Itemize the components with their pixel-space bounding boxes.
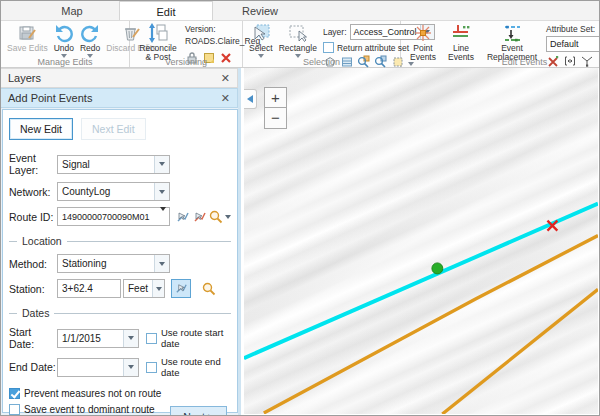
dates-section-label: Dates <box>22 307 49 319</box>
station-unit-value: Feet <box>124 283 152 294</box>
network-select[interactable]: CountyLog <box>57 182 170 201</box>
next-edit-button[interactable]: Next Edit <box>81 118 146 140</box>
route-id-dropdown[interactable] <box>157 211 169 223</box>
group-versioning: Reconcile & Post Version: ROADS.Claire_R… <box>130 21 243 67</box>
station-unit-dropdown[interactable] <box>152 280 164 297</box>
prevent-measures-label: Prevent measures not on route <box>24 388 161 399</box>
attribute-set-label: Attribute Set: <box>546 24 600 34</box>
use-route-end-date-checkbox[interactable] <box>146 362 157 373</box>
network-dropdown[interactable] <box>154 183 169 200</box>
ribbon-body: Save Edits Undo Redo <box>1 21 599 67</box>
layers-pane-title: Layers <box>8 72 41 84</box>
point-events-icon <box>413 23 433 43</box>
tab-map[interactable]: Map <box>25 1 119 20</box>
select-route-on-map-icon[interactable] <box>193 207 208 226</box>
end-date-input[interactable] <box>57 358 139 377</box>
start-date-dropdown[interactable] <box>123 330 138 347</box>
add-point-events-close-icon[interactable]: ✕ <box>221 93 230 104</box>
method-value: Stationing <box>58 258 154 269</box>
use-route-end-date-label: Use route end date <box>161 356 231 378</box>
redo-label: Redo <box>80 44 100 53</box>
undo-icon <box>54 23 74 43</box>
zoom-out-button[interactable]: − <box>264 108 287 129</box>
new-edit-button[interactable]: New Edit <box>9 118 73 140</box>
station-input[interactable]: 3+62.4 <box>57 279 121 298</box>
redo-button[interactable]: Redo <box>78 22 102 59</box>
map-features <box>244 68 598 414</box>
event-layer-select[interactable]: Signal <box>57 155 170 174</box>
method-label: Method: <box>9 258 57 270</box>
undo-button[interactable]: Undo <box>52 22 76 59</box>
end-date-dropdown[interactable] <box>123 359 138 376</box>
layer-label: Layer: <box>323 27 347 37</box>
dates-section-separator: Dates <box>9 307 231 319</box>
panel-collapse-tab[interactable] <box>244 89 257 109</box>
add-point-events-title: Add Point Events <box>8 92 92 104</box>
reconcile-icon <box>148 23 168 43</box>
group-label-selection: Selection <box>243 57 400 67</box>
route-id-label: Route ID: <box>9 211 57 223</box>
map-zoom-control: + − <box>264 87 287 129</box>
location-section-separator: Location <box>9 235 231 247</box>
use-route-start-date-label: Use route start date <box>161 327 231 349</box>
route-start-marker <box>432 263 443 274</box>
app-window: Map Edit Review Save Edits <box>0 0 600 416</box>
start-date-input[interactable]: 1/1/2015 <box>57 329 139 348</box>
redo-icon <box>80 23 100 43</box>
add-point-events-header[interactable]: Add Point Events ✕ <box>1 88 238 108</box>
next-button[interactable]: Next > <box>170 406 227 416</box>
group-edit-events: Point Events Line Events <box>401 21 600 67</box>
event-layer-value: Signal <box>58 159 154 170</box>
use-route-start-date-checkbox[interactable] <box>146 333 157 344</box>
group-selection: Select Rectangle Layer: Access_Con <box>243 21 401 67</box>
end-date-label: End Date: <box>9 361 57 373</box>
collapse-arrow-icon <box>247 95 253 103</box>
save-dominant-label: Save event to dominant route <box>24 404 155 415</box>
ribbon: Map Edit Review Save Edits <box>1 1 599 68</box>
tab-review[interactable]: Review <box>213 1 307 20</box>
rectangle-select-icon <box>288 23 308 43</box>
layers-pane-header[interactable]: Layers ✕ <box>1 68 238 88</box>
prevent-measures-checkbox[interactable] <box>9 388 20 399</box>
rectangle-button[interactable]: Rectangle <box>277 22 319 59</box>
event-layer-dropdown[interactable] <box>154 156 169 173</box>
route-id-value: 14900000700090M01 <box>58 212 157 222</box>
return-attribute-set-checkbox[interactable] <box>323 42 334 53</box>
group-label-edit-events: Edit Events <box>401 57 600 67</box>
route-id-combo[interactable]: 14900000700090M01 <box>57 207 170 226</box>
attribute-set-combo[interactable]: Default <box>546 36 600 52</box>
return-attribute-set-label: Return attribute set <box>337 43 409 53</box>
add-point-events-body: New Edit Next Edit Event Layer: Signal N… <box>2 109 238 413</box>
group-label-manage-edits: Manage Edits <box>1 57 129 67</box>
select-label: Select <box>249 44 273 53</box>
save-icon <box>17 23 37 43</box>
line-events-icon <box>451 23 471 43</box>
map-view[interactable]: + − <box>244 68 598 414</box>
undo-label: Undo <box>54 44 74 53</box>
attribute-set-value: Default <box>547 39 600 49</box>
method-select[interactable]: Stationing <box>57 254 170 273</box>
save-edits-button[interactable]: Save Edits <box>5 22 50 54</box>
group-label-versioning: Versioning <box>130 57 242 67</box>
pick-station-on-map-button[interactable] <box>171 279 191 298</box>
left-panel: Layers ✕ Add Point Events ✕ New Edit Nex… <box>1 68 241 415</box>
ribbon-tab-bar: Map Edit Review <box>1 1 599 21</box>
rectangle-label: Rectangle <box>279 44 317 53</box>
start-date-label: Start Date: <box>9 326 57 350</box>
save-dominant-checkbox[interactable] <box>9 404 20 415</box>
layers-close-icon[interactable]: ✕ <box>221 73 230 84</box>
select-button[interactable]: Select <box>247 22 275 59</box>
station-unit-select[interactable]: Feet <box>123 279 165 298</box>
network-label: Network: <box>9 186 57 198</box>
select-icon <box>251 23 271 43</box>
network-value: CountyLog <box>58 186 154 197</box>
zoom-to-route-icon[interactable] <box>209 207 231 226</box>
zoom-to-station-icon[interactable] <box>199 279 219 298</box>
method-dropdown[interactable] <box>154 255 169 272</box>
group-manage-edits: Save Edits Undo Redo <box>1 21 130 67</box>
event-layer-label: Event Layer: <box>9 152 57 176</box>
tab-edit[interactable]: Edit <box>119 1 213 20</box>
zoom-in-button[interactable]: + <box>264 87 287 108</box>
station-value: 3+62.4 <box>58 283 120 294</box>
select-route-icon[interactable] <box>176 207 191 226</box>
